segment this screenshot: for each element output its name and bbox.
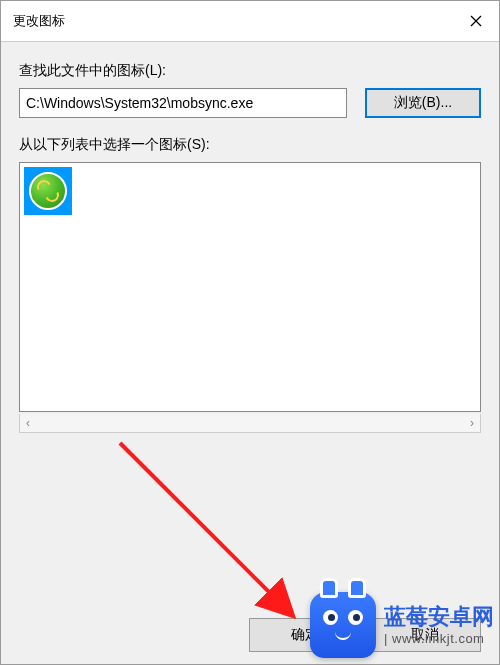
- title-bar-text: 更改图标: [13, 12, 65, 30]
- close-icon: [470, 15, 482, 27]
- icon-list[interactable]: [19, 162, 481, 412]
- sync-icon: [29, 172, 67, 210]
- watermark-badge: 蓝莓安卓网 | www.lmkjt.com: [310, 585, 500, 665]
- watermark-title: 蓝莓安卓网: [384, 603, 494, 631]
- horizontal-scrollbar[interactable]: ‹ ›: [19, 414, 481, 433]
- watermark-text: 蓝莓安卓网 | www.lmkjt.com: [384, 603, 494, 647]
- mascot-icon: [310, 592, 376, 658]
- scroll-right-icon[interactable]: ›: [470, 417, 474, 429]
- dialog-window: 更改图标 查找此文件中的图标(L): 浏览(B)... 从以下列表中选择一个图标…: [0, 0, 500, 665]
- look-for-icons-label: 查找此文件中的图标(L):: [19, 62, 481, 80]
- path-row: 浏览(B)...: [19, 88, 481, 118]
- close-button[interactable]: [453, 1, 499, 41]
- scroll-left-icon[interactable]: ‹: [26, 417, 30, 429]
- dialog-content: 查找此文件中的图标(L): 浏览(B)... 从以下列表中选择一个图标(S): …: [1, 42, 499, 664]
- select-icon-label: 从以下列表中选择一个图标(S):: [19, 136, 481, 154]
- watermark-url: | www.lmkjt.com: [384, 631, 494, 647]
- icon-item-sync[interactable]: [24, 167, 72, 215]
- browse-button[interactable]: 浏览(B)...: [365, 88, 481, 118]
- icon-path-input[interactable]: [19, 88, 347, 118]
- title-bar: 更改图标: [1, 1, 499, 42]
